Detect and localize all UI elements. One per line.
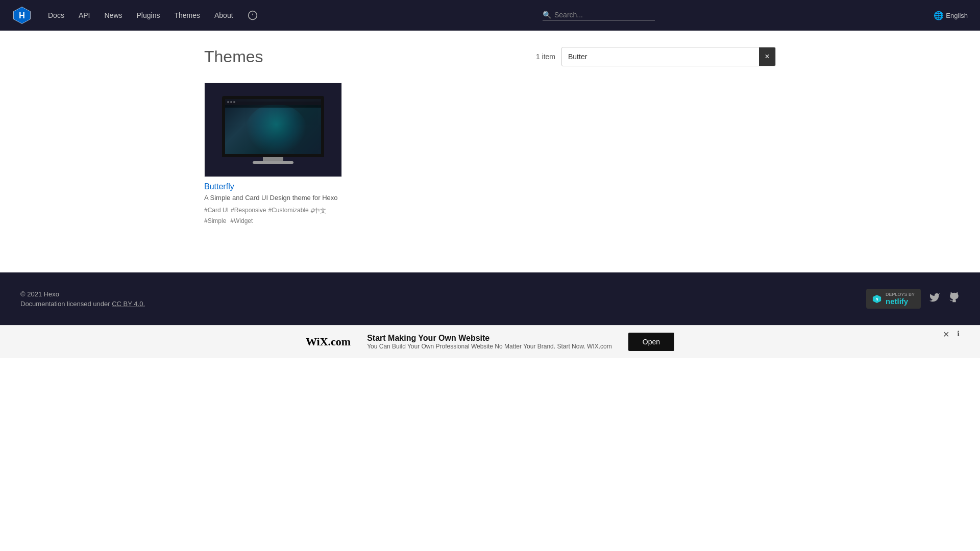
nav-search-container: 🔍 [543, 11, 655, 20]
ad-banner: WiX.com Start Making Your Own Website Yo… [0, 325, 980, 358]
theme-card: Butterfly A Simple and Card UI Design th… [204, 83, 342, 226]
theme-name-link[interactable]: Butterfly [204, 182, 342, 191]
monitor-nav-bar [225, 99, 321, 105]
ad-info-button[interactable]: ℹ [957, 330, 960, 338]
ad-text: Start Making Your Own Website You Can Bu… [367, 334, 612, 350]
navbar: H Docs API News Plugins Themes About 🔍 🌐… [0, 0, 980, 31]
ad-subtitle: You Can Build Your Own Professional Webs… [367, 343, 612, 350]
wix-logo: WiX.com [306, 335, 351, 348]
netlify-name: netlify [886, 297, 915, 306]
nav-search-icon: 🔍 [543, 11, 551, 19]
item-count: 1 item [536, 53, 555, 61]
footer-copyright: © 2021 Hexo [20, 290, 145, 298]
themes-search-box: × [561, 47, 776, 66]
themes-grid: Butterfly A Simple and Card UI Design th… [204, 83, 776, 226]
nav-blog-icon[interactable] [241, 0, 264, 31]
netlify-text: DEPLOYS BY netlify [886, 292, 915, 306]
ad-close-button[interactable]: ✕ [943, 330, 949, 339]
page-title: Themes [204, 47, 263, 66]
themes-search-wrap: 1 item × [536, 47, 776, 66]
netlify-badge[interactable]: N DEPLOYS BY netlify [866, 289, 921, 309]
nav-news[interactable]: News [98, 0, 128, 31]
monitor-stand [263, 157, 283, 161]
ad-open-button[interactable]: Open [628, 333, 674, 351]
footer-license-link[interactable]: CC BY 4.0. [112, 300, 145, 308]
twitter-icon[interactable] [929, 292, 940, 306]
nav-right: 🌐 English [934, 11, 968, 20]
footer-license: Documentation licensed under CC BY 4.0. [20, 300, 145, 308]
theme-card-image [204, 83, 342, 177]
nav-api[interactable]: API [72, 0, 96, 31]
footer: © 2021 Hexo Documentation licensed under… [0, 272, 980, 325]
theme-tag[interactable]: #Customizable [268, 207, 308, 215]
nav-themes[interactable]: Themes [168, 0, 206, 31]
themes-header: Themes 1 item × [204, 47, 776, 66]
theme-tag[interactable]: #Widget [230, 217, 253, 226]
monitor-mockup [222, 96, 324, 164]
nav-docs[interactable]: Docs [42, 0, 70, 31]
monitor-screen [222, 96, 324, 157]
theme-description: A Simple and Card UI Design theme for He… [204, 193, 342, 203]
footer-left: © 2021 Hexo Documentation licensed under… [20, 290, 145, 308]
monitor-base [253, 161, 293, 164]
nav-about[interactable]: About [208, 0, 239, 31]
nav-plugins[interactable]: Plugins [131, 0, 166, 31]
theme-tag[interactable]: #中文 [311, 207, 327, 215]
theme-tag[interactable]: #Responsive [231, 207, 266, 215]
themes-search-clear-button[interactable]: × [759, 47, 775, 66]
logo[interactable]: H [12, 6, 32, 25]
netlify-deploys-label: DEPLOYS BY [886, 292, 915, 297]
ad-title: Start Making Your Own Website [367, 334, 612, 343]
themes-search-input[interactable] [562, 48, 759, 65]
main-content: Themes 1 item × [184, 31, 796, 242]
language-label: English [946, 12, 968, 19]
nav-search-input[interactable] [554, 11, 646, 19]
footer-right: N DEPLOYS BY netlify [866, 289, 960, 309]
netlify-icon: N [872, 294, 881, 304]
svg-text:H: H [19, 11, 25, 20]
language-selector[interactable]: 🌐 English [934, 11, 968, 20]
github-icon[interactable] [948, 292, 960, 306]
nav-search-area: 🔍 [266, 11, 932, 20]
globe-icon: 🌐 [934, 11, 944, 20]
svg-text:N: N [876, 297, 878, 301]
theme-tag[interactable]: #Simple [204, 217, 226, 226]
theme-tags: #Card UI #Responsive #Customizable #中文 #… [204, 207, 342, 226]
theme-tag[interactable]: #Card UI [204, 207, 229, 215]
